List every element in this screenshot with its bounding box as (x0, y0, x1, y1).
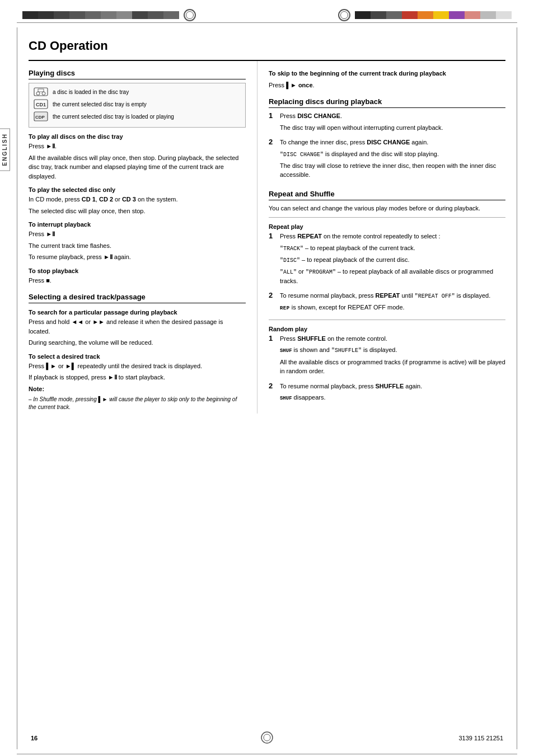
svg-point-8 (261, 732, 273, 743)
skip-beginning-content: Press ▌► once. (269, 81, 505, 90)
bar-seg (148, 11, 163, 19)
step-content-2: To change the inner disc, press DISC CHA… (280, 138, 505, 182)
repeat-shuffle-intro: You can select and change the various pl… (269, 204, 505, 213)
bar-seg (371, 11, 386, 19)
skip-beginning-title: To skip to the beginning of the current … (269, 69, 505, 78)
svg-point-9 (264, 734, 270, 741)
bar-seg (449, 11, 465, 19)
svg-text:CD1: CD1 (36, 102, 46, 107)
bar-seg (54, 11, 69, 19)
bar-seg (132, 11, 148, 19)
disc-state-text-1: the current selected disc tray is empty (53, 101, 147, 107)
doc-number: 3139 115 21251 (458, 735, 503, 741)
repeat-step-num-2: 2 (269, 291, 277, 315)
disc-row-cdp: CDP the current selected disc tray is lo… (34, 111, 241, 121)
bar-seg (163, 11, 179, 19)
note-content: – In Shuffle mode, pressing ▌► will caus… (29, 396, 246, 411)
compass-icon-right (338, 9, 350, 21)
bar-seg (465, 11, 480, 19)
page-wrapper: English CD Operation Playing discs (0, 0, 534, 756)
bar-seg (496, 11, 512, 19)
bar-seg (386, 11, 402, 19)
page-inner: English CD Operation Playing discs (17, 27, 517, 749)
repeat-step-content-1: Press REPEAT on the remote control repea… (280, 232, 505, 288)
bottom-compass-icon (261, 731, 273, 745)
random-step-num-1: 1 (269, 334, 277, 378)
page-number: 16 (31, 735, 38, 741)
random-step-2: 2 To resume normal playback, press SHUFF… (269, 382, 505, 405)
section-selecting-track: Selecting a desired track/passage (29, 293, 246, 303)
cdp-icon: CDP (34, 111, 48, 121)
section-replacing-discs: Replacing discs during playback (269, 97, 505, 108)
step-number-2: 2 (269, 138, 277, 182)
bar-seg (116, 11, 132, 19)
step-number-1: 1 (269, 111, 277, 134)
svg-point-2 (42, 92, 45, 95)
repeat-step-content-2: To resume normal playback, press REPEAT … (280, 291, 505, 315)
subsec-select-track-body1: Press ▌► or ►▌ repeatedly until the desi… (29, 361, 246, 371)
top-bar (0, 3, 534, 21)
replacing-step-2: 2 To change the inner disc, press DISC C… (269, 138, 505, 182)
step-content-1: Press DISC CHANGE. The disc tray will op… (280, 111, 505, 134)
repeat-play-title: Repeat play (269, 223, 505, 230)
divider-repeat (269, 217, 505, 218)
subsec-search-body1: Press and hold ◄◄ or ►► and release it w… (29, 317, 246, 336)
bar-seg (38, 11, 54, 19)
skip-beginning-block: To skip to the beginning of the current … (269, 69, 505, 90)
bar-left (22, 9, 200, 21)
bar-seg (85, 11, 101, 19)
bar-seg (433, 11, 449, 19)
random-play-title: Random play (269, 326, 505, 332)
subsec-play-selected-body2: The selected disc will play once, then s… (29, 206, 246, 216)
bar-right (334, 9, 512, 21)
two-column-layout: Playing discs a disc is (29, 61, 505, 414)
subsec-interrupt-body2: To resume playback, press ►Ⅱ again. (29, 252, 246, 262)
subsec-play-selected-title: To play the selected disc only (29, 186, 246, 193)
svg-rect-3 (38, 89, 44, 92)
subsec-play-all-title: To play all discs on the disc tray (29, 133, 246, 140)
subsec-play-all-press: Press ►Ⅱ. (29, 142, 246, 151)
repeat-step-num-1: 1 (269, 232, 277, 288)
cassette-icon (34, 87, 48, 97)
subsec-search-title: To search for a particular passage durin… (29, 309, 246, 316)
page-title: CD Operation (29, 27, 505, 61)
bar-seg (402, 11, 418, 19)
note-label: Note: (29, 384, 246, 394)
disc-icon-box: a disc is loaded in the disc tray CD1 th… (29, 83, 246, 128)
subsec-play-selected-body1: In CD mode, press CD 1, CD 2 or CD 3 on … (29, 195, 246, 204)
top-decoration (0, 0, 534, 21)
bar-seg (418, 11, 433, 19)
bar-seg (480, 11, 496, 19)
section-playing-discs: Playing discs (29, 69, 246, 79)
disc-state-text-0: a disc is loaded in the disc tray (53, 89, 129, 95)
disc-state-text-2: the current selected disc tray is loaded… (53, 114, 174, 120)
subsec-select-track-title: To select a desired track (29, 353, 246, 360)
left-column: Playing discs a disc is (29, 61, 257, 414)
subsec-interrupt-press: Press ►Ⅱ (29, 229, 246, 239)
bar-seg (22, 11, 38, 19)
cd1-icon: CD1 (34, 99, 48, 109)
random-step-content-1: Press SHUFFLE on the remote control. SHU… (280, 334, 505, 378)
subsec-search-body2: During searching, the volume will be red… (29, 338, 246, 348)
top-border-line (17, 22, 517, 23)
subsec-play-all-body: All the available discs will play once, … (29, 153, 246, 181)
repeat-step-2: 2 To resume normal playback, press REPEA… (269, 291, 505, 315)
disc-row-cassette: a disc is loaded in the disc tray (34, 87, 241, 97)
bar-seg (355, 11, 371, 19)
random-step-num-2: 2 (269, 382, 277, 405)
divider-random (269, 320, 505, 320)
section-repeat-shuffle: Repeat and Shuffle (269, 190, 505, 200)
svg-point-1 (36, 92, 40, 95)
compass-icon (184, 9, 196, 21)
english-tab: English (0, 128, 10, 171)
random-step-content-2: To resume normal playback, press SHUFFLE… (280, 382, 505, 405)
right-column: To skip to the beginning of the current … (257, 61, 505, 414)
bar-seg (101, 11, 116, 19)
disc-row-cd1: CD1 the current selected disc tray is em… (34, 99, 241, 109)
subsec-interrupt-title: To interrupt playback (29, 221, 246, 228)
subsec-stop-title: To stop playback (29, 267, 246, 274)
repeat-step-1: 1 Press REPEAT on the remote control rep… (269, 232, 505, 288)
svg-text:CDP: CDP (35, 115, 45, 120)
bar-seg (69, 11, 85, 19)
subsec-select-track-body2: If playback is stopped, press ►Ⅱ to star… (29, 373, 246, 382)
